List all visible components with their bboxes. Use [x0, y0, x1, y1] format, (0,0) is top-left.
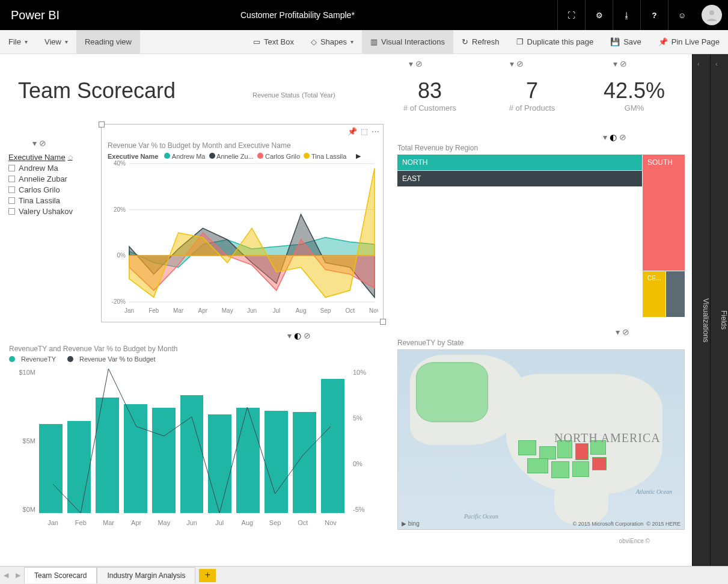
svg-text:-20%: -20%	[112, 298, 126, 305]
checkbox-icon[interactable]	[8, 165, 15, 171]
pin-live-page-button[interactable]: 📌Pin Live Page	[650, 30, 728, 54]
filter-icon[interactable]: ▾	[287, 331, 292, 340]
highlight-icon[interactable]: ◐	[294, 331, 301, 340]
fullscreen-icon[interactable]: ⛶	[557, 0, 585, 30]
none-icon[interactable]: ⊘	[415, 59, 423, 69]
treemap-cell-north[interactable]: NORTH	[397, 155, 642, 170]
checkbox-icon[interactable]	[8, 208, 15, 215]
gear-icon[interactable]: ⚙	[585, 0, 613, 30]
pin-visual-icon[interactable]: 📌	[347, 127, 357, 136]
legend-scroll-right[interactable]: ▶	[356, 152, 361, 160]
save-button[interactable]: 💾Save	[602, 30, 650, 54]
pin-icon: 📌	[658, 37, 668, 46]
footnote: obviEnce ©	[619, 538, 650, 544]
combo-interact-icons[interactable]: ▾◐⊘	[287, 331, 311, 340]
slicer-title: Executive Name◇	[8, 153, 93, 162]
filter-icon[interactable]: ▾	[613, 59, 617, 69]
checkbox-icon[interactable]	[8, 176, 15, 182]
smile-icon[interactable]: ☺	[668, 0, 696, 30]
kpi-gm-interact-icons[interactable]: ▾⊘	[613, 59, 627, 69]
kpi-products-interact-icons[interactable]: ▾⊘	[510, 59, 524, 69]
treemap-interact-icons[interactable]: ▾◐⊘	[603, 132, 626, 142]
area-chart-legend: Executive Name Andrew Ma Annelie Zu... C…	[108, 152, 377, 160]
svg-text:Aug: Aug	[296, 307, 307, 314]
none-icon[interactable]: ⊘	[619, 132, 626, 142]
svg-text:May: May	[222, 307, 233, 314]
file-menu[interactable]: File▾	[0, 30, 36, 54]
slicer-item[interactable]: Annelie Zubar	[8, 174, 93, 183]
area-chart-title: Revenue Var % to Budget by Month and Exe…	[108, 141, 377, 150]
tab-nav-next[interactable]: ▶	[12, 571, 24, 579]
map-title: RevenueTY by State	[397, 339, 685, 347]
revenue-status-label: Revenue Status (Total Year)	[252, 90, 335, 99]
treemap-cell-other[interactable]	[666, 271, 685, 317]
checkbox-icon[interactable]	[8, 186, 15, 193]
duplicate-page-button[interactable]: ❐Duplicate this page	[508, 30, 602, 54]
slicer-item[interactable]: Andrew Ma	[8, 164, 93, 173]
shapes-menu[interactable]: ◇Shapes▾	[302, 30, 362, 54]
reading-view-button[interactable]: Reading view	[76, 30, 140, 54]
download-icon[interactable]: ⭳	[613, 0, 640, 30]
eraser-icon[interactable]: ◇	[68, 153, 73, 161]
bing-logo: ▶ bing	[402, 520, 420, 527]
filter-icon[interactable]: ▾	[616, 327, 620, 337]
slicer-item[interactable]: Carlos Grilo	[8, 185, 93, 194]
svg-text:Nov: Nov	[369, 307, 378, 314]
refresh-icon: ↻	[462, 37, 468, 46]
filter-icon[interactable]: ▾	[603, 132, 607, 142]
slicer-item[interactable]: Tina Lassila	[8, 196, 93, 205]
svg-text:Jun: Jun	[247, 307, 257, 314]
filter-icon[interactable]: ▾	[510, 59, 514, 69]
view-menu[interactable]: View▾	[36, 30, 76, 54]
checkbox-icon[interactable]	[8, 197, 15, 204]
focus-mode-icon[interactable]: ⬚	[361, 127, 368, 136]
filter-icon[interactable]: ▾	[409, 59, 413, 69]
more-options-icon[interactable]: ⋯	[372, 127, 379, 136]
treemap-cell-central[interactable]: CE...	[643, 271, 665, 317]
treemap-visual[interactable]: Total Revenue by Region NORTH EAST SOUTH…	[397, 143, 685, 318]
combo-chart-visual[interactable]: RevenueTY and Revenue Var % to Budget by…	[8, 344, 381, 532]
treemap-cell-east[interactable]: EAST	[397, 171, 642, 186]
kpi-gm[interactable]: 42.5% GM%	[583, 78, 685, 112]
tab-nav-prev[interactable]: ◀	[0, 571, 12, 579]
user-avatar[interactable]	[702, 5, 722, 25]
treemap-cell-south[interactable]: SOUTH	[643, 155, 685, 271]
text-box-button[interactable]: ▭Text Box	[245, 30, 302, 54]
slicer-item[interactable]: Valery Ushakov	[8, 207, 93, 216]
none-icon[interactable]: ⊘	[516, 59, 524, 69]
kpi-customers[interactable]: 83 # of Customers	[385, 78, 475, 112]
map-interact-icons[interactable]: ▾⊘	[616, 327, 629, 337]
shapes-icon: ◇	[311, 37, 317, 46]
combo-chart-title: RevenueTY and Revenue Var % to Budget by…	[9, 345, 381, 353]
none-icon[interactable]: ⊘	[620, 59, 627, 69]
visualizations-pane[interactable]: ‹VisualizationsFilters	[692, 54, 710, 566]
kpi-products[interactable]: 7 # of Products	[487, 78, 577, 112]
none-icon[interactable]: ⊘	[622, 327, 629, 337]
visual-interactions-button[interactable]: ▥Visual Interactions	[362, 30, 453, 54]
combo-chart-plot[interactable]: $10M$5M$0M 10%5%0%-5% JanFebMarAprMayJun…	[9, 363, 381, 531]
svg-text:Apr: Apr	[198, 307, 208, 314]
executive-slicer[interactable]: Executive Name◇ Andrew MaAnnelie ZubarCa…	[8, 144, 93, 218]
page-tab-team-scorecard[interactable]: Team Scorecard	[24, 567, 97, 583]
add-page-button[interactable]: +	[199, 569, 216, 582]
right-collapsed-panes: ‹VisualizationsFilters ‹Fields	[692, 54, 728, 566]
map-plot[interactable]: NORTH AMERICA Pacific Ocean Atlantic Oce…	[397, 349, 685, 530]
map-visual[interactable]: RevenueTY by State NORTH AMERICA Pacific…	[397, 338, 685, 530]
area-chart-visual[interactable]: 📌 ⬚ ⋯ Revenue Var % to Budget by Month a…	[101, 124, 384, 322]
svg-text:Mar: Mar	[173, 307, 184, 314]
fields-pane[interactable]: ‹Fields	[710, 54, 728, 566]
svg-text:Jul: Jul	[272, 307, 280, 314]
page-tab-industry-margin[interactable]: Industry Margin Analysis	[97, 567, 195, 583]
combo-chart-legend: RevenueTY Revenue Var % to Budget	[9, 355, 381, 363]
help-icon[interactable]: ?	[640, 0, 668, 30]
refresh-button[interactable]: ↻Refresh	[453, 30, 508, 54]
top-app-bar: Power BI Customer Profitability Sample* …	[0, 0, 728, 30]
area-chart-plot[interactable]: -20%0%20%40%JanFebMarAprMayJunJulAugSepO…	[108, 160, 378, 316]
kpi-customers-interact-icons[interactable]: ▾⊘	[409, 59, 423, 69]
none-icon[interactable]: ⊘	[304, 331, 311, 340]
highlight-icon[interactable]: ◐	[610, 132, 617, 142]
page-title: Team Scorecard	[18, 78, 176, 103]
svg-text:Feb: Feb	[148, 307, 159, 314]
duplicate-icon: ❐	[516, 37, 524, 46]
brand-label: Power BI	[0, 8, 240, 22]
